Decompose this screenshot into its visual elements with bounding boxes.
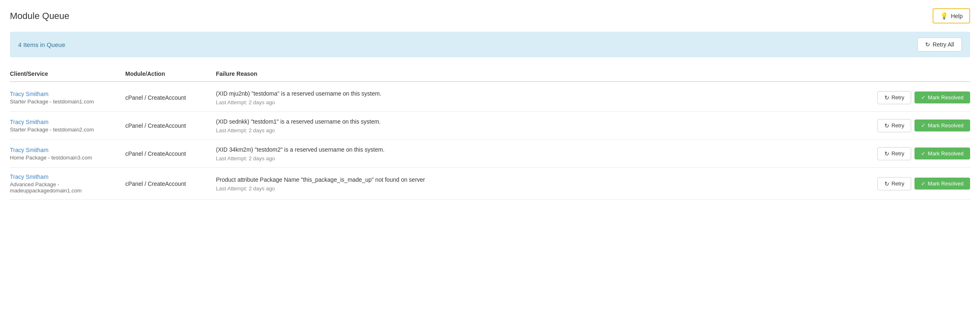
last-attempt: Last Attempt: 2 days ago — [216, 185, 879, 192]
bulb-icon: 💡 — [940, 12, 948, 20]
last-attempt: Last Attempt: 2 days ago — [216, 155, 879, 162]
retry-button[interactable]: ↻ Retry — [877, 119, 911, 132]
module-action: cPanel / CreateAccount — [125, 94, 216, 101]
failure-reason: (XID mju2nb) "testdoma" is a reserved us… — [216, 89, 879, 98]
mark-resolved-label: Mark Resolved — [928, 180, 964, 187]
table-row: Tracy Smitham Starter Package - testdoma… — [10, 84, 970, 112]
check-icon: ✓ — [921, 150, 926, 157]
failure-cell: Product attribute Package Name "this_pac… — [216, 176, 879, 192]
table-header: Client/Service Module/Action Failure Rea… — [10, 67, 970, 82]
client-name[interactable]: Tracy Smitham — [10, 173, 125, 180]
service-name: Starter Package - testdomain2.com — [10, 127, 125, 133]
retry-label: Retry — [891, 150, 904, 157]
queue-count: 4 Items in Queue — [18, 41, 65, 48]
retry-label: Retry — [891, 94, 904, 101]
help-label: Help — [951, 13, 963, 19]
col-header-failure: Failure Reason — [216, 70, 879, 77]
queue-banner: 4 Items in Queue ↻ Retry All — [10, 32, 970, 57]
table-row: Tracy Smitham Advanced Package -madeuppa… — [10, 168, 970, 200]
retry-button[interactable]: ↻ Retry — [877, 91, 911, 104]
retry-all-label: Retry All — [933, 41, 954, 48]
col-header-module: Module/Action — [125, 70, 216, 77]
refresh-icon: ↻ — [884, 180, 889, 187]
check-icon: ✓ — [921, 122, 926, 129]
row-actions: ↻ Retry ✓ Mark Resolved — [879, 119, 970, 132]
table-row: Tracy Smitham Home Package - testdomain3… — [10, 140, 970, 168]
refresh-icon: ↻ — [925, 41, 930, 48]
retry-button[interactable]: ↻ Retry — [877, 147, 911, 160]
retry-button[interactable]: ↻ Retry — [877, 177, 911, 190]
retry-label: Retry — [891, 180, 904, 187]
mark-resolved-button[interactable]: ✓ Mark Resolved — [914, 178, 970, 190]
row-actions: ↻ Retry ✓ Mark Resolved — [879, 147, 970, 160]
row-actions: ↻ Retry ✓ Mark Resolved — [879, 177, 970, 190]
client-service-cell: Tracy Smitham Starter Package - testdoma… — [10, 91, 125, 105]
module-action: cPanel / CreateAccount — [125, 150, 216, 157]
mark-resolved-label: Mark Resolved — [928, 150, 964, 157]
mark-resolved-label: Mark Resolved — [928, 94, 964, 101]
mark-resolved-button[interactable]: ✓ Mark Resolved — [914, 91, 970, 103]
mark-resolved-button[interactable]: ✓ Mark Resolved — [914, 148, 970, 159]
mark-resolved-label: Mark Resolved — [928, 122, 964, 129]
table-row: Tracy Smitham Starter Package - testdoma… — [10, 112, 970, 140]
service-name: Advanced Package -madeuppackagedomain1.c… — [10, 181, 125, 194]
refresh-icon: ↻ — [884, 94, 889, 101]
last-attempt: Last Attempt: 2 days ago — [216, 99, 879, 105]
retry-label: Retry — [891, 122, 904, 129]
page-header: Module Queue 💡 Help — [10, 8, 970, 23]
client-name[interactable]: Tracy Smitham — [10, 91, 125, 97]
failure-cell: (XID 34km2m) "testdom2" is a reserved us… — [216, 145, 879, 162]
check-icon: ✓ — [921, 94, 926, 101]
client-name[interactable]: Tracy Smitham — [10, 147, 125, 153]
module-action: cPanel / CreateAccount — [125, 122, 216, 129]
client-service-cell: Tracy Smitham Home Package - testdomain3… — [10, 147, 125, 161]
module-queue-table: Client/Service Module/Action Failure Rea… — [10, 67, 970, 200]
refresh-icon: ↻ — [884, 150, 889, 157]
mark-resolved-button[interactable]: ✓ Mark Resolved — [914, 119, 970, 131]
service-name: Starter Package - testdomain1.com — [10, 98, 125, 105]
module-action: cPanel / CreateAccount — [125, 180, 216, 187]
failure-reason: (XID 34km2m) "testdom2" is a reserved us… — [216, 145, 879, 154]
failure-cell: (XID mju2nb) "testdoma" is a reserved us… — [216, 89, 879, 105]
retry-all-button[interactable]: ↻ Retry All — [917, 37, 962, 52]
failure-reason: (XID sednkk) "testdom1" is a reserved us… — [216, 117, 879, 126]
col-header-client: Client/Service — [10, 70, 125, 77]
failure-cell: (XID sednkk) "testdom1" is a reserved us… — [216, 117, 879, 134]
help-button[interactable]: 💡 Help — [933, 8, 970, 23]
col-header-actions — [879, 70, 970, 77]
client-service-cell: Tracy Smitham Advanced Package -madeuppa… — [10, 173, 125, 194]
service-name: Home Package - testdomain3.com — [10, 155, 125, 161]
row-actions: ↻ Retry ✓ Mark Resolved — [879, 91, 970, 104]
client-name[interactable]: Tracy Smitham — [10, 119, 125, 125]
page-title: Module Queue — [10, 11, 69, 21]
failure-reason: Product attribute Package Name "this_pac… — [216, 176, 879, 184]
client-service-cell: Tracy Smitham Starter Package - testdoma… — [10, 119, 125, 133]
check-icon: ✓ — [921, 180, 926, 187]
last-attempt: Last Attempt: 2 days ago — [216, 127, 879, 134]
refresh-icon: ↻ — [884, 122, 889, 129]
